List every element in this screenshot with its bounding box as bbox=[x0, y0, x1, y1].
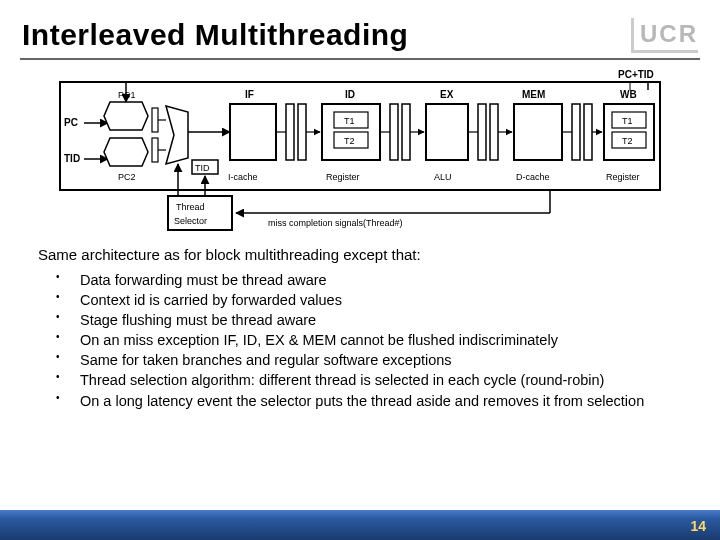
list-item: Data forwarding must be thread aware bbox=[56, 271, 692, 289]
ucr-logo: UCR bbox=[631, 18, 698, 53]
list-item: On a long latency event the selector put… bbox=[56, 392, 692, 410]
svg-rect-15 bbox=[298, 104, 306, 160]
svg-rect-6 bbox=[152, 108, 158, 132]
alu-label: ALU bbox=[434, 172, 452, 182]
svg-rect-27 bbox=[490, 104, 498, 160]
id-t1: T1 bbox=[344, 116, 355, 126]
wb-label: WB bbox=[620, 89, 637, 100]
footer-bar: 14 bbox=[0, 510, 720, 540]
svg-rect-12 bbox=[230, 104, 276, 160]
svg-rect-7 bbox=[152, 138, 158, 162]
svg-rect-21 bbox=[390, 104, 398, 160]
mem-label: MEM bbox=[522, 89, 545, 100]
svg-rect-25 bbox=[426, 104, 468, 160]
id-t2: T2 bbox=[344, 136, 355, 146]
ex-label: EX bbox=[440, 89, 454, 100]
id-label: ID bbox=[345, 89, 355, 100]
intro-text: Same architecture as for block multithre… bbox=[38, 246, 692, 265]
if-label: IF bbox=[245, 89, 254, 100]
tid-input: TID bbox=[64, 153, 80, 164]
svg-rect-26 bbox=[478, 104, 486, 160]
list-item: Same for taken branches and regular soft… bbox=[56, 351, 692, 369]
thread-selector-label-2: Selector bbox=[174, 216, 207, 226]
bullet-list: Data forwarding must be thread aware Con… bbox=[38, 271, 692, 410]
dcache-label: D-cache bbox=[516, 172, 550, 182]
svg-rect-30 bbox=[514, 104, 562, 160]
list-item: On an miss exception IF, ID, EX & MEM ca… bbox=[56, 331, 692, 349]
register1-label: Register bbox=[326, 172, 360, 182]
icache-label: I-cache bbox=[228, 172, 258, 182]
thread-selector-label-1: Thread bbox=[176, 202, 205, 212]
list-item: Stage flushing must be thread aware bbox=[56, 311, 692, 329]
pipeline-diagram: PC+TID PC TID PC1 PC2 TID IF I-cache ID … bbox=[50, 68, 670, 238]
svg-marker-5 bbox=[104, 138, 148, 166]
pc1-label: PC1 bbox=[118, 90, 136, 100]
svg-marker-4 bbox=[104, 102, 148, 130]
page-title: Interleaved Multithreading bbox=[0, 0, 720, 58]
svg-rect-31 bbox=[572, 104, 580, 160]
wb-t1: T1 bbox=[622, 116, 633, 126]
svg-rect-14 bbox=[286, 104, 294, 160]
pc-tid-label: PC+TID bbox=[618, 69, 654, 80]
title-underline bbox=[20, 58, 700, 60]
pc-input: PC bbox=[64, 117, 78, 128]
register2-label: Register bbox=[606, 172, 640, 182]
tid-box: TID bbox=[195, 163, 210, 173]
svg-marker-8 bbox=[166, 106, 188, 164]
body-content: Same architecture as for block multithre… bbox=[0, 246, 720, 410]
svg-rect-22 bbox=[402, 104, 410, 160]
list-item: Thread selection algorithm: different th… bbox=[56, 371, 692, 389]
page-number: 14 bbox=[690, 518, 706, 534]
svg-rect-32 bbox=[584, 104, 592, 160]
wb-t2: T2 bbox=[622, 136, 633, 146]
list-item: Context id is carried by forwarded value… bbox=[56, 291, 692, 309]
pc2-label: PC2 bbox=[118, 172, 136, 182]
miss-signal-label: miss completion signals(Thread#) bbox=[268, 218, 403, 228]
